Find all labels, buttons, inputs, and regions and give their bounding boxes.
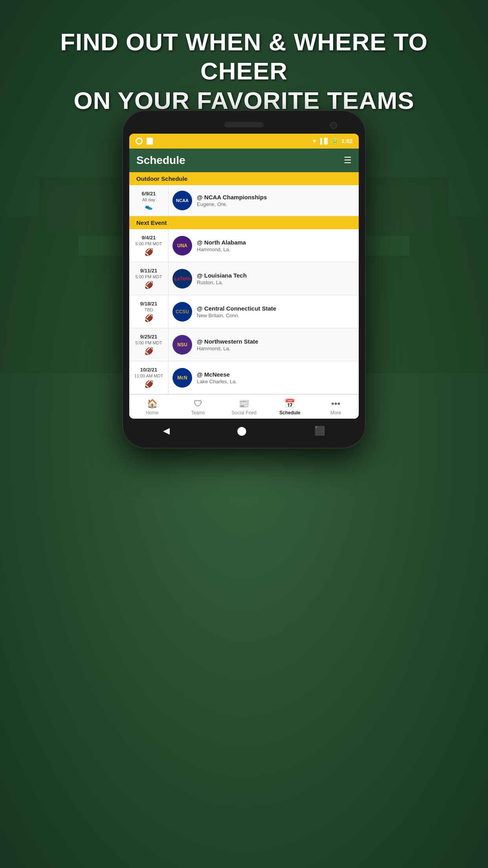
opponent-0: @ North Alabama bbox=[197, 239, 355, 246]
sport-icon-4: 🏈 bbox=[132, 380, 165, 388]
date-col-3: 9/25/21 5:00 PM MDT 🏈 bbox=[129, 328, 169, 361]
signal-icon: ▌▊ bbox=[320, 138, 328, 144]
home-icon: 🏠 bbox=[147, 399, 158, 409]
team-logo-4: McN bbox=[172, 368, 192, 388]
wifi-icon: ▼ bbox=[312, 138, 317, 144]
team-col-3: NSU @ Northwestern State Hammond, La. bbox=[169, 328, 359, 361]
game-row-1[interactable]: 9/11/21 5:00 PM MDT 🏈 LaTech @ Louisiana… bbox=[129, 262, 359, 295]
outdoor-team-info: @ NCAA Championships Eugene, Ore. bbox=[197, 194, 355, 207]
status-right-info: ▼ ▌▊ 🔋 1:02 bbox=[312, 138, 352, 144]
nav-more-label: More bbox=[330, 410, 341, 416]
outdoor-location: Eugene, Ore. bbox=[197, 201, 355, 207]
team-logo-2: CCSU bbox=[172, 302, 192, 322]
game-time-1: 5:00 PM MDT bbox=[132, 274, 165, 279]
game-row-4[interactable]: 10/2/21 11:00 AM MDT 🏈 McN @ McNeese Lak… bbox=[129, 361, 359, 394]
outdoor-section-header: Outdoor Schedule bbox=[129, 172, 359, 185]
opponent-2: @ Central Connecticut State bbox=[197, 305, 355, 312]
team-col-4: McN @ McNeese Lake Charles, La. bbox=[169, 361, 359, 394]
home-button[interactable]: ⬤ bbox=[237, 426, 247, 436]
nav-teams[interactable]: 🛡 Teams bbox=[175, 395, 221, 419]
team-logo-0: UNA bbox=[172, 236, 192, 256]
game-time-3: 5:00 PM MDT bbox=[132, 340, 165, 345]
bottom-navigation: 🏠 Home 🛡 Teams 📰 Social Feed 📅 Schedule … bbox=[129, 394, 359, 419]
team-info-3: @ Northwestern State Hammond, La. bbox=[197, 338, 355, 351]
team-info-1: @ Louisiana Tech Ruston, La. bbox=[197, 272, 355, 285]
team-col-2: CCSU @ Central Connecticut State New Bri… bbox=[169, 295, 359, 328]
nav-more[interactable]: ••• More bbox=[313, 395, 359, 419]
teams-icon: 🛡 bbox=[194, 399, 202, 409]
outdoor-time: All day bbox=[132, 197, 165, 202]
status-box-icon bbox=[147, 138, 153, 145]
nav-schedule[interactable]: 📅 Schedule bbox=[267, 395, 313, 419]
location-1: Ruston, La. bbox=[197, 280, 355, 285]
game-time-4: 11:00 AM MDT bbox=[132, 373, 165, 378]
social-feed-icon: 📰 bbox=[238, 399, 249, 409]
sport-icon-1: 🏈 bbox=[132, 281, 165, 289]
game-date-2: 9/18/21 bbox=[132, 301, 165, 307]
track-icon: 👟 bbox=[132, 203, 165, 210]
more-icon: ••• bbox=[331, 399, 340, 409]
location-4: Lake Charles, La. bbox=[197, 379, 355, 384]
sport-icon-0: 🏈 bbox=[132, 248, 165, 256]
game-date-1: 9/11/21 bbox=[132, 268, 165, 274]
status-circle-icon bbox=[136, 138, 143, 145]
phone-device: ▼ ▌▊ 🔋 1:02 Schedule ☰ Outdoor Schedule … bbox=[122, 110, 366, 449]
status-time: 1:02 bbox=[341, 138, 352, 144]
phone-nav-bar: ◀ ⬤ ⬛ bbox=[129, 419, 359, 441]
sport-icon-2: 🏈 bbox=[132, 314, 165, 322]
status-bar: ▼ ▌▊ 🔋 1:02 bbox=[129, 134, 359, 149]
outdoor-team-col: NCAA @ NCAA Championships Eugene, Ore. bbox=[169, 185, 359, 216]
date-col-4: 10/2/21 11:00 AM MDT 🏈 bbox=[129, 361, 169, 394]
date-col-1: 9/11/21 5:00 PM MDT 🏈 bbox=[129, 262, 169, 295]
filter-icon[interactable]: ☰ bbox=[344, 155, 352, 166]
opponent-3: @ Northwestern State bbox=[197, 338, 355, 345]
phone-screen: ▼ ▌▊ 🔋 1:02 Schedule ☰ Outdoor Schedule … bbox=[129, 134, 359, 419]
team-info-0: @ North Alabama Hammond, La. bbox=[197, 239, 355, 252]
game-date-3: 9/25/21 bbox=[132, 334, 165, 340]
sport-icon-3: 🏈 bbox=[132, 347, 165, 355]
team-col-0: UNA @ North Alabama Hammond, La. bbox=[169, 229, 359, 262]
back-button[interactable]: ◀ bbox=[163, 426, 170, 436]
phone-camera bbox=[330, 122, 337, 129]
outdoor-date-col: 6/9/21 All day 👟 bbox=[129, 185, 169, 216]
status-left-icons bbox=[136, 138, 153, 145]
page-title: Schedule bbox=[136, 154, 185, 167]
phone-top bbox=[129, 117, 359, 134]
game-row-0[interactable]: 9/4/21 5:00 PM MDT 🏈 UNA @ North Alabama… bbox=[129, 229, 359, 262]
nav-home-label: Home bbox=[146, 410, 158, 416]
outdoor-schedule-row[interactable]: 6/9/21 All day 👟 NCAA @ NCAA Championshi… bbox=[129, 185, 359, 216]
nav-teams-label: Teams bbox=[191, 410, 205, 416]
schedule-icon: 📅 bbox=[284, 399, 295, 409]
nav-home[interactable]: 🏠 Home bbox=[129, 395, 175, 419]
nav-social-feed-label: Social Feed bbox=[231, 410, 256, 416]
team-logo-3: NSU bbox=[172, 335, 192, 355]
recent-button[interactable]: ⬛ bbox=[314, 426, 325, 436]
team-col-1: LaTech @ Louisiana Tech Ruston, La. bbox=[169, 262, 359, 295]
game-date-4: 10/2/21 bbox=[132, 367, 165, 373]
schedule-content: Outdoor Schedule 6/9/21 All day 👟 NCAA @… bbox=[129, 172, 359, 394]
opponent-1: @ Louisiana Tech bbox=[197, 272, 355, 279]
games-list: 9/4/21 5:00 PM MDT 🏈 UNA @ North Alabama… bbox=[129, 229, 359, 394]
game-row-2[interactable]: 9/18/21 TBD 🏈 CCSU @ Central Connecticut… bbox=[129, 295, 359, 328]
nav-schedule-label: Schedule bbox=[279, 410, 300, 416]
next-event-section-header: Next Event bbox=[129, 216, 359, 229]
team-info-2: @ Central Connecticut State New Britain,… bbox=[197, 305, 355, 318]
team-info-4: @ McNeese Lake Charles, La. bbox=[197, 371, 355, 384]
outdoor-date: 6/9/21 bbox=[132, 191, 165, 197]
date-col-2: 9/18/21 TBD 🏈 bbox=[129, 295, 169, 328]
outdoor-opponent: @ NCAA Championships bbox=[197, 194, 355, 200]
team-logo-1: LaTech bbox=[172, 269, 192, 289]
opponent-4: @ McNeese bbox=[197, 371, 355, 378]
page-headline: FIND OUT WHEN & WHERE TO CHEER ON YOUR F… bbox=[0, 28, 488, 115]
phone-speaker bbox=[224, 122, 264, 127]
location-0: Hammond, La. bbox=[197, 246, 355, 252]
nav-social-feed[interactable]: 📰 Social Feed bbox=[221, 395, 267, 419]
game-date-0: 9/4/21 bbox=[132, 235, 165, 241]
battery-icon: 🔋 bbox=[332, 138, 338, 144]
ncaa-logo: NCAA bbox=[172, 191, 192, 210]
location-2: New Britain, Conn. bbox=[197, 313, 355, 318]
game-row-3[interactable]: 9/25/21 5:00 PM MDT 🏈 NSU @ Northwestern… bbox=[129, 328, 359, 361]
date-col-0: 9/4/21 5:00 PM MDT 🏈 bbox=[129, 229, 169, 262]
location-3: Hammond, La. bbox=[197, 346, 355, 351]
game-time-0: 5:00 PM MDT bbox=[132, 241, 165, 246]
